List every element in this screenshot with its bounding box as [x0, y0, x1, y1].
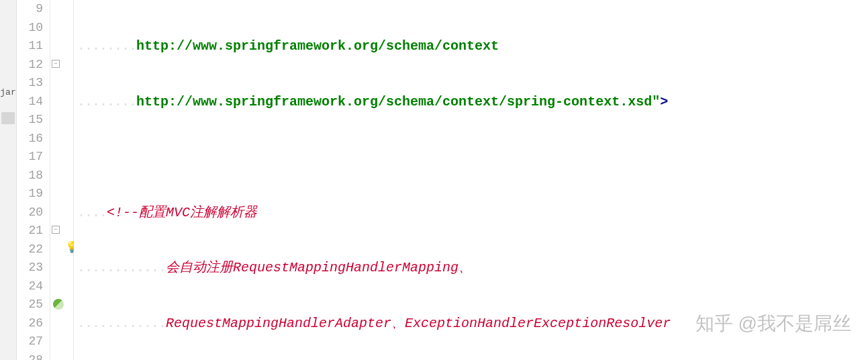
line-number[interactable]: 13 [17, 74, 43, 93]
line-number[interactable]: 27 [17, 332, 43, 351]
panel-selection [1, 112, 15, 124]
line-number[interactable]: 19 [17, 185, 43, 204]
code-line: ........http://www.springframework.org/s… [74, 93, 868, 111]
line-number[interactable]: 20 [17, 204, 43, 222]
line-number[interactable]: 26 [17, 314, 43, 333]
line-number[interactable]: 24 [17, 277, 43, 296]
code-line: ............RequestMappingHandlerAdapter… [74, 314, 868, 333]
fold-toggle-icon[interactable]: − [52, 60, 60, 68]
line-number-gutter[interactable]: 9 10 11 12 13 14 15 16 17 18 19 20 21 22… [17, 0, 50, 360]
line-number[interactable]: 16 [17, 130, 43, 148]
code-editor: jar 9 10 11 12 13 14 15 16 17 18 19 20 2… [0, 0, 868, 360]
code-line [74, 148, 868, 167]
line-number[interactable]: 12 [17, 56, 43, 75]
line-number[interactable]: 9 [17, 0, 43, 19]
code-line: ....<!--配置MVC注解解析器 [74, 204, 868, 222]
spring-bean-icon[interactable] [53, 299, 64, 310]
line-number[interactable]: 18 [17, 167, 43, 185]
line-number[interactable]: 14 [17, 93, 43, 111]
marker-gutter: − − 💡 [50, 0, 74, 360]
line-number[interactable]: 22 [17, 240, 43, 259]
line-number[interactable]: 10 [17, 19, 43, 38]
code-text-area[interactable]: ........http://www.springframework.org/s… [74, 0, 868, 360]
fold-toggle-icon[interactable]: − [52, 226, 60, 234]
jar-file-label: jar [0, 87, 16, 97]
line-number[interactable]: 15 [17, 111, 43, 130]
line-number[interactable]: 17 [17, 148, 43, 167]
code-line: ............会自动注册RequestMappingHandlerMa… [74, 259, 868, 277]
code-line: ........http://www.springframework.org/s… [74, 37, 868, 56]
project-panel-edge[interactable]: jar [0, 0, 17, 360]
line-number[interactable]: 11 [17, 37, 43, 56]
line-number[interactable]: 23 [17, 259, 43, 277]
line-number[interactable]: 21 [17, 222, 43, 240]
line-number[interactable]: 28 [17, 351, 43, 361]
line-number[interactable]: 25 [17, 296, 43, 314]
